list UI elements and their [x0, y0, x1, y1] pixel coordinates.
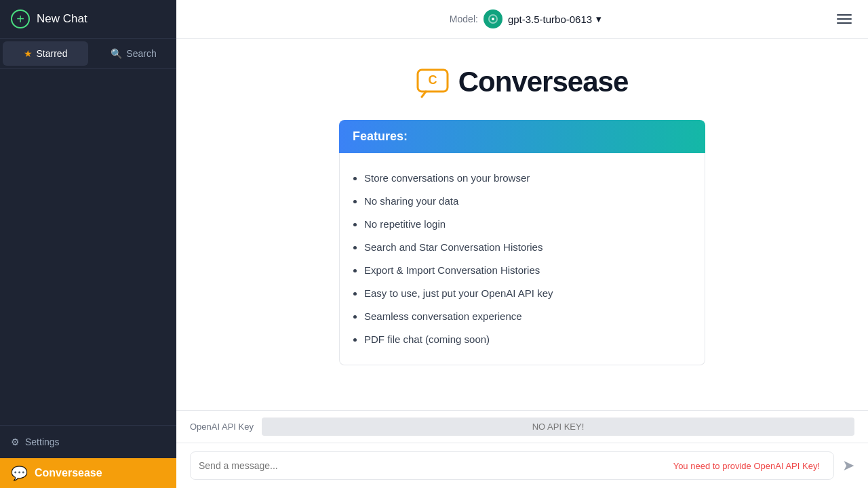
sidebar-tabs: ★ Starred 🔍 Search — [0, 39, 176, 69]
sidebar-bottom: ⚙ Settings — [0, 425, 176, 458]
api-key-row: OpenAI API Key — [176, 411, 868, 443]
hamburger-menu-button[interactable] — [834, 12, 854, 26]
logo-icon: 💬 — [11, 465, 28, 481]
starred-tab-label: Starred — [37, 48, 68, 59]
list-item: Search and Star Conversation Histories — [364, 236, 691, 259]
api-key-label: OpenAI API Key — [190, 422, 254, 432]
bottom-bar: OpenAI API Key You need to provide OpenA… — [176, 410, 868, 488]
hamburger-line-1 — [837, 14, 852, 16]
chevron-down-icon: ▾ — [596, 13, 601, 25]
model-name: gpt-3.5-turbo-0613 — [508, 14, 592, 25]
sidebar-logo-label: Conversease — [35, 467, 102, 479]
new-chat-label: New Chat — [37, 12, 87, 26]
message-input-row: You need to provide OpenAI API Key! ➤ — [176, 443, 868, 488]
settings-label: Settings — [25, 436, 60, 447]
svg-point-0 — [492, 18, 494, 20]
features-list: Store conversations on your browser No s… — [339, 153, 705, 365]
header: Model: gpt-3.5-turbo-0613 ▾ — [176, 0, 868, 39]
openai-logo — [484, 9, 502, 28]
list-item: Export & Import Conversation Histories — [364, 259, 691, 282]
hamburger-line-2 — [837, 18, 852, 20]
brand-logo-icon: C — [416, 66, 449, 98]
main-content: Model: gpt-3.5-turbo-0613 ▾ C — [176, 0, 868, 488]
sidebar-tab-starred[interactable]: ★ Starred — [3, 41, 88, 66]
search-icon: 🔍 — [111, 48, 122, 59]
sidebar-content — [0, 69, 176, 425]
list-item: No sharing your data — [364, 190, 691, 213]
list-item: Seamless conversation experience — [364, 305, 691, 328]
settings-button[interactable]: ⚙ Settings — [11, 434, 60, 450]
model-selector: Model: gpt-3.5-turbo-0613 ▾ — [450, 9, 601, 28]
hamburger-line-3 — [837, 22, 852, 24]
model-label: Model: — [450, 14, 478, 24]
message-input-wrapper: You need to provide OpenAI API Key! — [190, 451, 834, 480]
features-header: Features: — [339, 120, 705, 153]
svg-text:C: C — [428, 73, 437, 87]
sidebar-tab-search[interactable]: 🔍 Search — [91, 39, 176, 68]
features-box: Features: Store conversations on your br… — [339, 120, 705, 365]
new-chat-button[interactable]: + New Chat — [0, 0, 176, 39]
main-scroll-area: C Conversease Features: Store conversati… — [176, 39, 868, 410]
brand-name: Conversease — [458, 66, 629, 98]
api-key-input[interactable] — [262, 418, 854, 436]
list-item: PDF file chat (coming soon) — [364, 328, 691, 351]
api-key-warning-text: You need to provide OpenAI API Key! — [668, 461, 825, 471]
sidebar-logo-bar: 💬 Conversease — [0, 458, 176, 488]
sidebar: + New Chat ★ Starred 🔍 Search ⚙ Settings… — [0, 0, 176, 488]
new-chat-plus-icon: + — [11, 9, 30, 28]
star-icon: ★ — [24, 48, 33, 59]
search-tab-label: Search — [126, 48, 156, 59]
gear-icon: ⚙ — [11, 436, 20, 447]
list-item: No repetitive login — [364, 213, 691, 236]
list-item: Store conversations on your browser — [364, 167, 691, 190]
send-button[interactable]: ➤ — [842, 457, 854, 474]
message-input[interactable] — [199, 452, 668, 479]
list-item: Easy to use, just put your OpenAI API ke… — [364, 282, 691, 305]
model-dropdown-button[interactable]: gpt-3.5-turbo-0613 ▾ — [508, 13, 601, 25]
send-icon: ➤ — [842, 457, 854, 474]
brand-title: C Conversease — [416, 66, 629, 98]
